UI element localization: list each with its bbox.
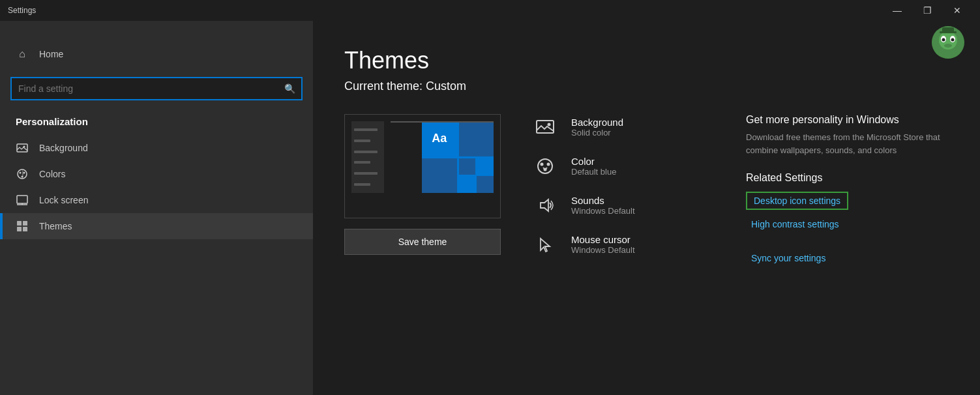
cursor-setting-text: Mouse cursor Windows Default <box>571 234 635 255</box>
main-grid: Aa Save them <box>344 114 949 272</box>
mock-line-6 <box>354 183 370 186</box>
theme-setting-color[interactable]: Color Default blue <box>532 153 715 179</box>
svg-rect-12 <box>23 227 27 231</box>
preview-tile-aa: Aa <box>422 121 457 156</box>
background-setting-text: Background Solid color <box>571 117 623 138</box>
svg-rect-22 <box>537 121 554 133</box>
sidebar-item-background[interactable]: Background <box>0 135 313 161</box>
preview-top-line <box>391 121 494 123</box>
theme-setting-background[interactable]: Background Solid color <box>532 114 715 140</box>
related-settings-section: Related Settings Desktop icon settings H… <box>746 172 949 272</box>
sidebar-header <box>0 21 313 42</box>
section-label: Personalization <box>0 111 313 135</box>
sub-tile-1 <box>459 158 476 175</box>
color-setting-value: Default blue <box>571 167 616 177</box>
background-setting-value: Solid color <box>571 128 623 138</box>
app-container: ⌂ Home 🔍 Personalization Background <box>0 21 980 395</box>
mock-line-2 <box>354 139 370 142</box>
title-bar: Settings — ❐ ✕ <box>0 0 980 21</box>
lock-screen-icon <box>16 194 29 207</box>
search-box: 🔍 <box>10 77 303 100</box>
cursor-setting-value: Windows Default <box>571 245 635 255</box>
search-input[interactable] <box>12 83 278 94</box>
content-inner: Themes Current theme: Custom <box>313 21 980 299</box>
preview-tile-dark2 <box>422 158 457 194</box>
theme-preview: Aa Save them <box>344 114 501 255</box>
cursor-setting-icon <box>532 231 558 257</box>
svg-point-19 <box>944 44 952 48</box>
background-icon <box>16 141 29 154</box>
minimize-button[interactable]: — <box>882 0 912 21</box>
avatar-container <box>932 26 964 59</box>
preview-window: Aa <box>422 121 494 193</box>
svg-point-18 <box>951 38 955 42</box>
svg-rect-9 <box>17 221 22 226</box>
sounds-setting-value: Windows Default <box>571 206 635 216</box>
personality-title: Get more personality in Windows <box>746 114 949 126</box>
home-icon: ⌂ <box>16 48 29 60</box>
main-content: Themes Current theme: Custom <box>313 21 980 395</box>
right-panel: Get more personality in Windows Download… <box>746 114 949 272</box>
sidebar-item-lock-screen[interactable]: Lock screen <box>0 187 313 213</box>
svg-point-3 <box>20 172 22 174</box>
home-label: Home <box>39 49 63 59</box>
search-icon: 🔍 <box>278 77 301 100</box>
svg-point-23 <box>548 123 551 126</box>
svg-rect-11 <box>17 227 22 231</box>
preview-sidebar <box>351 121 384 193</box>
desktop-icon-settings-link[interactable]: Desktop icon settings <box>746 192 848 210</box>
close-button[interactable]: ✕ <box>942 0 972 21</box>
window-controls: — ❐ ✕ <box>882 0 972 21</box>
save-theme-button[interactable]: Save theme <box>344 229 501 255</box>
mock-line-5 <box>354 172 378 175</box>
color-setting-icon <box>532 153 558 179</box>
background-setting-icon <box>532 114 558 140</box>
sounds-setting-name: Sounds <box>571 195 635 206</box>
mock-line-4 <box>354 161 370 164</box>
sidebar: ⌂ Home 🔍 Personalization Background <box>0 21 313 395</box>
svg-rect-6 <box>17 196 27 203</box>
personality-desc: Download free themes from the Microsoft … <box>746 131 949 156</box>
svg-marker-28 <box>541 199 548 211</box>
svg-rect-21 <box>942 27 954 33</box>
mock-line-1 <box>354 128 378 131</box>
high-contrast-settings-link[interactable]: High contrast settings <box>746 216 949 232</box>
background-nav-label: Background <box>39 143 88 153</box>
related-settings-title: Related Settings <box>746 172 949 184</box>
personality-section: Get more personality in Windows Download… <box>746 114 949 156</box>
sub-tile-3 <box>459 176 476 193</box>
sidebar-item-themes[interactable]: Themes <box>0 213 313 239</box>
sub-tile-4 <box>477 176 494 193</box>
page-subtitle: Current theme: Custom <box>344 80 949 93</box>
themes-icon <box>16 220 29 233</box>
sub-tile-2 <box>477 158 494 175</box>
mock-line-3 <box>354 151 378 153</box>
avatar <box>932 26 964 59</box>
sidebar-item-colors[interactable]: Colors <box>0 161 313 187</box>
theme-setting-sounds[interactable]: Sounds Windows Default <box>532 192 715 218</box>
sync-settings-link[interactable]: Sync your settings <box>746 250 949 266</box>
svg-point-25 <box>541 163 544 166</box>
themes-nav-label: Themes <box>39 221 72 231</box>
color-setting-text: Color Default blue <box>571 156 616 177</box>
theme-settings-list: Background Solid color <box>532 114 715 257</box>
sounds-setting-text: Sounds Windows Default <box>571 195 635 216</box>
app-title: Settings <box>8 6 36 15</box>
page-title: Themes <box>344 47 949 74</box>
background-setting-name: Background <box>571 117 623 128</box>
svg-rect-10 <box>23 221 27 226</box>
color-setting-name: Color <box>571 156 616 167</box>
maximize-button[interactable]: ❐ <box>912 0 942 21</box>
svg-point-4 <box>23 172 25 174</box>
svg-point-5 <box>22 176 23 178</box>
theme-preview-box: Aa <box>344 114 501 218</box>
preview-tile-dark1 <box>459 121 494 156</box>
svg-point-17 <box>942 38 945 42</box>
svg-point-24 <box>538 159 552 173</box>
preview-tile-3 <box>459 158 494 194</box>
sidebar-item-home[interactable]: ⌂ Home <box>0 42 313 66</box>
lock-screen-nav-label: Lock screen <box>39 195 88 205</box>
theme-setting-mouse-cursor[interactable]: Mouse cursor Windows Default <box>532 231 715 257</box>
colors-icon <box>16 168 29 181</box>
svg-point-1 <box>23 146 25 148</box>
